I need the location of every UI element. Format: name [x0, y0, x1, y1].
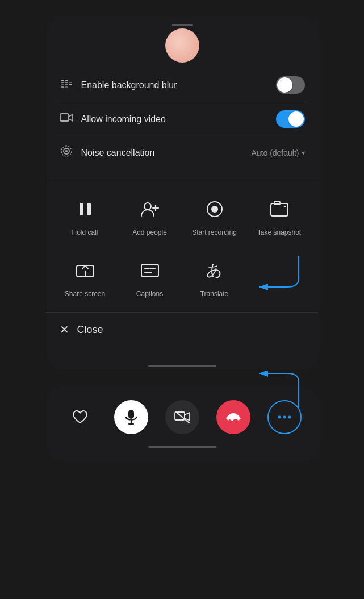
avatar: [165, 28, 199, 63]
hold-call-icon: [76, 200, 94, 218]
svg-line-36: [175, 411, 189, 423]
settings-section: Enable background blur Allow incoming vi…: [46, 68, 319, 178]
end-call-icon: [225, 411, 242, 423]
noise-cancellation-value[interactable]: Auto (default) ▾: [251, 148, 304, 157]
toggle-thumb-on: [288, 111, 304, 127]
take-snapshot-icon-wrap: [265, 194, 294, 224]
noise-cancellation-label: Noise cancellation: [81, 148, 155, 158]
avatar-area: [46, 17, 319, 68]
start-recording-icon: [206, 200, 224, 218]
empty-cell: [249, 251, 309, 303]
svg-point-22: [211, 206, 218, 213]
captions-icon-wrap: [135, 256, 165, 285]
background-blur-icon: [60, 77, 73, 93]
close-label: Close: [77, 324, 103, 336]
start-recording-button[interactable]: Start recording: [185, 190, 245, 242]
microphone-button[interactable]: [114, 400, 148, 434]
svg-point-18: [144, 203, 151, 210]
translate-icon-wrap: あ: [200, 256, 229, 285]
svg-point-15: [65, 150, 68, 152]
svg-point-39: [288, 416, 291, 419]
incoming-video-row: Allow incoming video: [57, 102, 307, 136]
svg-rect-16: [80, 203, 83, 215]
end-call-button[interactable]: [216, 400, 250, 434]
svg-rect-23: [271, 203, 288, 216]
camera-off-button[interactable]: [165, 400, 199, 434]
chevron-icon: ▾: [302, 149, 305, 157]
background-blur-label: Enable background blur: [81, 80, 177, 90]
start-recording-icon-wrap: [200, 194, 229, 224]
hold-call-label: Hold call: [72, 228, 98, 238]
translate-icon: あ: [206, 260, 223, 281]
take-snapshot-label: Take snapshot: [257, 228, 301, 238]
add-people-button[interactable]: Add people: [120, 190, 180, 242]
noise-cancellation-left: Noise cancellation: [60, 144, 155, 161]
noise-cancellation-row: Noise cancellation Auto (default) ▾: [57, 136, 307, 169]
microphone-icon: [124, 409, 138, 425]
top-home-indicator: [148, 365, 216, 367]
share-screen-icon: [76, 262, 95, 279]
drag-handle: [172, 24, 193, 26]
take-snapshot-icon: [270, 200, 289, 218]
panels-wrapper: Enable background blur Allow incoming vi…: [46, 17, 319, 461]
bottom-home-indicator: [148, 446, 216, 448]
camera-off-icon: [174, 411, 190, 423]
call-controls: [57, 400, 307, 434]
svg-rect-12: [60, 114, 69, 121]
hold-call-button[interactable]: Hold call: [55, 190, 115, 242]
translate-button[interactable]: あ Translate: [185, 251, 245, 303]
hold-call-icon-wrap: [70, 194, 100, 224]
background-blur-row: Enable background blur: [57, 68, 307, 102]
video-icon: [60, 113, 73, 126]
svg-rect-28: [141, 264, 158, 277]
add-people-icon: [140, 201, 160, 218]
share-screen-label: Share screen: [65, 290, 105, 299]
incoming-video-toggle[interactable]: [276, 110, 305, 128]
background-blur-left: Enable background blur: [60, 77, 177, 93]
share-screen-button[interactable]: Share screen: [55, 251, 115, 303]
bottom-panel: [46, 386, 319, 461]
svg-rect-32: [128, 410, 134, 419]
add-people-label: Add people: [132, 228, 167, 238]
svg-rect-25: [284, 206, 286, 207]
close-button[interactable]: ✕ Close: [57, 315, 307, 344]
toggle-thumb: [277, 77, 292, 93]
close-x-icon: ✕: [60, 323, 69, 336]
incoming-video-label: Allow incoming video: [81, 114, 166, 124]
translate-label: Translate: [200, 290, 229, 299]
top-panel: Enable background blur Allow incoming vi…: [46, 17, 319, 369]
actions-row-1: Hold call Add people: [55, 190, 309, 242]
more-icon: [278, 415, 291, 419]
actions-row-2: Share screen Captions: [55, 251, 309, 303]
background-blur-toggle[interactable]: [276, 76, 305, 94]
captions-icon: [140, 262, 160, 279]
svg-rect-17: [87, 203, 91, 215]
incoming-video-left: Allow incoming video: [60, 113, 166, 126]
svg-rect-35: [175, 412, 185, 420]
heart-button[interactable]: [63, 400, 97, 434]
start-recording-label: Start recording: [192, 228, 237, 238]
captions-button[interactable]: Captions: [120, 251, 180, 303]
noise-icon: [60, 144, 73, 161]
take-snapshot-button[interactable]: Take snapshot: [249, 190, 309, 242]
close-section: ✕ Close: [46, 313, 319, 356]
more-button[interactable]: [267, 400, 302, 434]
actions-section: Hold call Add people: [46, 178, 319, 312]
add-people-icon-wrap: [135, 194, 165, 224]
svg-point-38: [283, 416, 286, 419]
share-screen-icon-wrap: [70, 256, 100, 285]
svg-point-37: [278, 416, 281, 419]
heart-icon: [72, 410, 88, 425]
captions-label: Captions: [136, 290, 163, 299]
